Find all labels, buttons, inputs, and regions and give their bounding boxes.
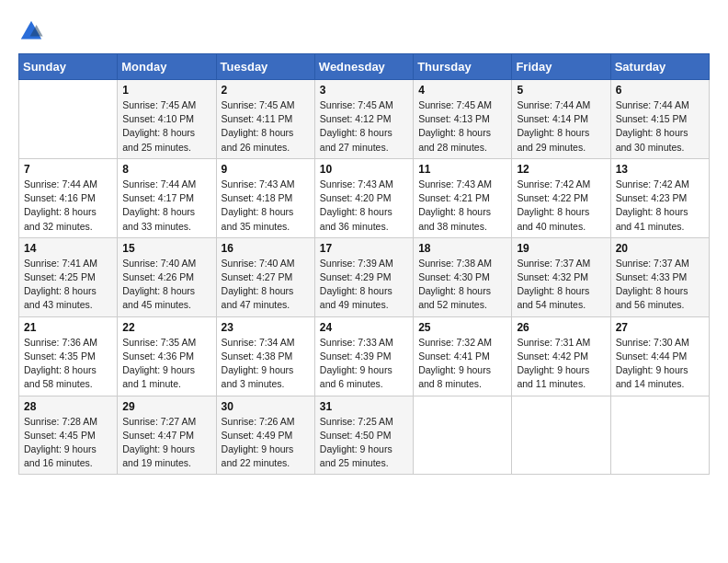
day-number: 15 [122, 242, 210, 255]
day-info: Sunrise: 7:45 AMSunset: 4:11 PMDaylight:… [222, 98, 310, 155]
day-info: Sunrise: 7:44 AMSunset: 4:17 PMDaylight:… [122, 178, 210, 234]
calendar-cell: 13Sunrise: 7:42 AMSunset: 4:23 PMDayligh… [610, 158, 709, 237]
calendar-week-row: 1Sunrise: 7:45 AMSunset: 4:10 PMDaylight… [19, 80, 710, 159]
calendar-cell: 31Sunrise: 7:25 AMSunset: 4:50 PMDayligh… [314, 396, 413, 475]
day-info: Sunrise: 7:37 AMSunset: 4:32 PMDaylight:… [517, 257, 605, 313]
calendar-cell: 1Sunrise: 7:45 AMSunset: 4:10 PMDaylight… [118, 80, 216, 159]
day-number: 11 [418, 163, 506, 176]
calendar-cell: 28Sunrise: 7:28 AMSunset: 4:45 PMDayligh… [19, 396, 118, 475]
day-info: Sunrise: 7:42 AMSunset: 4:23 PMDaylight:… [616, 178, 704, 234]
calendar-cell: 22Sunrise: 7:35 AMSunset: 4:36 PMDayligh… [118, 316, 216, 396]
calendar-header-tuesday: Tuesday [216, 54, 314, 80]
logo [18, 18, 48, 44]
calendar-cell: 18Sunrise: 7:38 AMSunset: 4:30 PMDayligh… [414, 237, 512, 316]
day-info: Sunrise: 7:43 AMSunset: 4:21 PMDaylight:… [418, 178, 506, 234]
day-info: Sunrise: 7:32 AMSunset: 4:41 PMDaylight:… [418, 336, 506, 392]
day-number: 31 [320, 400, 408, 413]
calendar-week-row: 21Sunrise: 7:36 AMSunset: 4:35 PMDayligh… [19, 316, 710, 396]
calendar-cell: 7Sunrise: 7:44 AMSunset: 4:16 PMDaylight… [19, 158, 118, 237]
day-number: 16 [222, 242, 310, 255]
day-info: Sunrise: 7:44 AMSunset: 4:16 PMDaylight:… [24, 178, 112, 234]
day-info: Sunrise: 7:45 AMSunset: 4:12 PMDaylight:… [320, 98, 408, 155]
day-number: 28 [24, 400, 112, 413]
day-info: Sunrise: 7:33 AMSunset: 4:39 PMDaylight:… [320, 336, 408, 392]
calendar-cell: 11Sunrise: 7:43 AMSunset: 4:21 PMDayligh… [414, 158, 512, 237]
day-number: 3 [320, 84, 408, 97]
day-info: Sunrise: 7:26 AMSunset: 4:49 PMDaylight:… [222, 415, 310, 471]
day-info: Sunrise: 7:27 AMSunset: 4:47 PMDaylight:… [122, 415, 210, 471]
day-info: Sunrise: 7:37 AMSunset: 4:33 PMDaylight:… [616, 257, 704, 313]
calendar-header-saturday: Saturday [610, 54, 709, 80]
calendar-cell: 21Sunrise: 7:36 AMSunset: 4:35 PMDayligh… [19, 316, 118, 396]
day-number: 19 [517, 242, 605, 255]
calendar-week-row: 14Sunrise: 7:41 AMSunset: 4:25 PMDayligh… [19, 237, 710, 316]
calendar-cell: 17Sunrise: 7:39 AMSunset: 4:29 PMDayligh… [314, 237, 413, 316]
day-number: 12 [517, 163, 605, 176]
calendar-cell: 15Sunrise: 7:40 AMSunset: 4:26 PMDayligh… [118, 237, 216, 316]
day-info: Sunrise: 7:44 AMSunset: 4:15 PMDaylight:… [616, 98, 704, 155]
day-info: Sunrise: 7:38 AMSunset: 4:30 PMDaylight:… [418, 257, 506, 313]
day-number: 27 [616, 321, 704, 334]
calendar-cell: 23Sunrise: 7:34 AMSunset: 4:38 PMDayligh… [216, 316, 314, 396]
calendar-header-row: SundayMondayTuesdayWednesdayThursdayFrid… [19, 54, 710, 80]
day-number: 18 [418, 242, 506, 255]
calendar-cell: 6Sunrise: 7:44 AMSunset: 4:15 PMDaylight… [610, 80, 709, 159]
calendar-header-wednesday: Wednesday [314, 54, 413, 80]
day-number: 8 [122, 163, 210, 176]
day-number: 24 [320, 321, 408, 334]
calendar-cell: 29Sunrise: 7:27 AMSunset: 4:47 PMDayligh… [118, 396, 216, 475]
calendar-cell: 30Sunrise: 7:26 AMSunset: 4:49 PMDayligh… [216, 396, 314, 475]
day-number: 9 [222, 163, 310, 176]
day-info: Sunrise: 7:28 AMSunset: 4:45 PMDaylight:… [24, 415, 112, 471]
day-number: 20 [616, 242, 704, 255]
calendar-cell [512, 396, 610, 475]
day-number: 6 [616, 84, 704, 97]
day-info: Sunrise: 7:41 AMSunset: 4:25 PMDaylight:… [24, 257, 112, 313]
day-number: 7 [24, 163, 112, 176]
calendar-cell: 10Sunrise: 7:43 AMSunset: 4:20 PMDayligh… [314, 158, 413, 237]
calendar-cell [610, 396, 709, 475]
header [18, 18, 710, 44]
day-number: 26 [517, 321, 605, 334]
day-number: 29 [122, 400, 210, 413]
calendar-cell: 3Sunrise: 7:45 AMSunset: 4:12 PMDaylight… [314, 80, 413, 159]
calendar-cell: 24Sunrise: 7:33 AMSunset: 4:39 PMDayligh… [314, 316, 413, 396]
calendar-cell: 8Sunrise: 7:44 AMSunset: 4:17 PMDaylight… [118, 158, 216, 237]
calendar-header-thursday: Thursday [414, 54, 512, 80]
calendar-week-row: 28Sunrise: 7:28 AMSunset: 4:45 PMDayligh… [19, 396, 710, 475]
day-number: 30 [222, 400, 310, 413]
day-info: Sunrise: 7:45 AMSunset: 4:10 PMDaylight:… [122, 98, 210, 155]
calendar-cell: 19Sunrise: 7:37 AMSunset: 4:32 PMDayligh… [512, 237, 610, 316]
calendar-week-row: 7Sunrise: 7:44 AMSunset: 4:16 PMDaylight… [19, 158, 710, 237]
day-number: 23 [222, 321, 310, 334]
day-info: Sunrise: 7:39 AMSunset: 4:29 PMDaylight:… [320, 257, 408, 313]
day-info: Sunrise: 7:25 AMSunset: 4:50 PMDaylight:… [320, 415, 408, 471]
calendar-cell: 4Sunrise: 7:45 AMSunset: 4:13 PMDaylight… [414, 80, 512, 159]
day-number: 21 [24, 321, 112, 334]
day-info: Sunrise: 7:31 AMSunset: 4:42 PMDaylight:… [517, 336, 605, 392]
calendar-cell: 9Sunrise: 7:43 AMSunset: 4:18 PMDaylight… [216, 158, 314, 237]
calendar-cell: 12Sunrise: 7:42 AMSunset: 4:22 PMDayligh… [512, 158, 610, 237]
day-number: 2 [222, 84, 310, 97]
day-info: Sunrise: 7:43 AMSunset: 4:20 PMDaylight:… [320, 178, 408, 234]
calendar-cell [19, 80, 118, 159]
calendar-table: SundayMondayTuesdayWednesdayThursdayFrid… [18, 53, 710, 475]
calendar-cell: 5Sunrise: 7:44 AMSunset: 4:14 PMDaylight… [512, 80, 610, 159]
calendar-header-monday: Monday [118, 54, 216, 80]
calendar-header-friday: Friday [512, 54, 610, 80]
day-info: Sunrise: 7:34 AMSunset: 4:38 PMDaylight:… [222, 336, 310, 392]
calendar-cell: 27Sunrise: 7:30 AMSunset: 4:44 PMDayligh… [610, 316, 709, 396]
day-number: 25 [418, 321, 506, 334]
calendar-cell: 14Sunrise: 7:41 AMSunset: 4:25 PMDayligh… [19, 237, 118, 316]
logo-icon [18, 18, 44, 44]
day-number: 13 [616, 163, 704, 176]
day-number: 4 [418, 84, 506, 97]
calendar-cell: 25Sunrise: 7:32 AMSunset: 4:41 PMDayligh… [414, 316, 512, 396]
day-info: Sunrise: 7:36 AMSunset: 4:35 PMDaylight:… [24, 336, 112, 392]
calendar-cell: 2Sunrise: 7:45 AMSunset: 4:11 PMDaylight… [216, 80, 314, 159]
calendar-header-sunday: Sunday [19, 54, 118, 80]
day-number: 5 [517, 84, 605, 97]
day-number: 14 [24, 242, 112, 255]
day-info: Sunrise: 7:44 AMSunset: 4:14 PMDaylight:… [517, 98, 605, 155]
calendar-cell: 20Sunrise: 7:37 AMSunset: 4:33 PMDayligh… [610, 237, 709, 316]
